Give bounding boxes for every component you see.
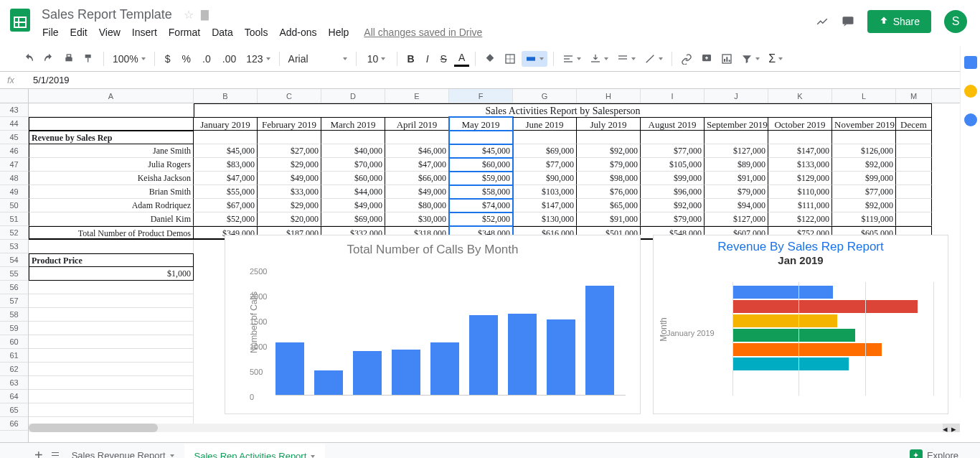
cell[interactable] xyxy=(896,212,932,226)
cell[interactable] xyxy=(896,131,932,144)
cell[interactable]: Jane Smith xyxy=(29,144,194,158)
cell[interactable]: $105,000 xyxy=(641,158,705,172)
cell[interactable]: $45,000 xyxy=(449,144,513,158)
cell[interactable]: February 2019 xyxy=(258,117,321,131)
row-header[interactable]: 48 xyxy=(0,172,28,185)
cell[interactable]: Decem xyxy=(896,117,932,131)
v-align-dropdown[interactable] xyxy=(587,52,611,66)
number-format-dropdown[interactable]: 123 xyxy=(243,52,273,66)
cell[interactable]: $96,000 xyxy=(641,185,705,199)
cell[interactable]: $94,000 xyxy=(705,199,768,212)
cell[interactable]: $79,000 xyxy=(641,212,705,226)
cell[interactable] xyxy=(896,158,932,172)
cell[interactable]: $52,000 xyxy=(449,212,513,226)
row-header[interactable]: 46 xyxy=(0,144,28,158)
col-header[interactable]: D xyxy=(321,89,385,103)
cell[interactable]: Sales Activities Report by Salesperson xyxy=(194,103,932,117)
borders-icon[interactable] xyxy=(501,50,519,67)
menu-data[interactable]: Data xyxy=(207,24,238,41)
row-header[interactable]: 65 xyxy=(0,403,28,417)
cell[interactable] xyxy=(577,131,641,144)
cell[interactable]: $29,000 xyxy=(258,158,321,172)
row-header[interactable]: 53 xyxy=(0,240,28,253)
filter-dropdown[interactable] xyxy=(738,52,763,66)
merge-cells-dropdown[interactable] xyxy=(522,51,547,67)
cell[interactable] xyxy=(29,363,194,376)
paint-format-icon[interactable] xyxy=(80,50,98,67)
cell[interactable]: $129,000 xyxy=(768,172,832,185)
cell[interactable]: $130,000 xyxy=(513,212,577,226)
cell[interactable]: $58,000 xyxy=(449,185,513,199)
cell[interactable] xyxy=(29,403,194,417)
row-header[interactable]: 54 xyxy=(0,253,28,267)
row-header[interactable]: 43 xyxy=(0,103,28,117)
cell[interactable] xyxy=(896,172,932,185)
menu-tools[interactable]: Tools xyxy=(240,24,273,41)
cell[interactable]: $33,000 xyxy=(258,185,321,199)
cell[interactable]: $79,000 xyxy=(705,185,768,199)
undo-icon[interactable] xyxy=(20,50,37,67)
cell[interactable] xyxy=(705,131,768,144)
col-header[interactable]: A xyxy=(29,89,194,103)
cell[interactable] xyxy=(513,131,577,144)
cell[interactable] xyxy=(29,294,194,308)
currency-icon[interactable]: $ xyxy=(161,52,175,66)
cell[interactable] xyxy=(29,308,194,322)
cell[interactable]: $47,000 xyxy=(385,158,449,172)
cell[interactable]: $92,000 xyxy=(577,144,641,158)
cell[interactable]: $99,000 xyxy=(641,172,705,185)
cell[interactable]: $49,000 xyxy=(321,199,385,212)
print-icon[interactable] xyxy=(60,50,77,67)
cell[interactable]: $77,000 xyxy=(513,158,577,172)
font-dropdown[interactable]: Arial xyxy=(286,52,350,66)
row-header[interactable]: 66 xyxy=(0,417,28,431)
redo-icon[interactable] xyxy=(40,50,57,67)
bold-icon[interactable]: B xyxy=(403,52,419,66)
cell[interactable] xyxy=(29,281,194,294)
cell[interactable]: Julia Rogers xyxy=(29,158,194,172)
cell[interactable] xyxy=(29,390,194,403)
row-header[interactable]: 47 xyxy=(0,158,28,172)
text-color-icon[interactable]: A xyxy=(454,50,469,67)
cell[interactable]: $49,000 xyxy=(385,185,449,199)
cell[interactable]: $147,000 xyxy=(513,199,577,212)
h-align-dropdown[interactable] xyxy=(560,52,584,66)
formula-bar[interactable]: fx 5/1/2019 xyxy=(0,72,980,89)
cell[interactable]: $55,000 xyxy=(194,185,258,199)
cell[interactable] xyxy=(29,322,194,335)
row-header[interactable]: 45 xyxy=(0,131,28,144)
increase-decimal-icon[interactable]: .00 xyxy=(218,52,240,66)
add-sheet-button[interactable]: + xyxy=(29,444,49,458)
cell[interactable]: $40,000 xyxy=(321,144,385,158)
cell[interactable]: $92,000 xyxy=(832,158,896,172)
cell[interactable]: May 2019 xyxy=(449,117,513,131)
user-avatar[interactable]: S xyxy=(944,10,967,33)
cell[interactable]: $89,000 xyxy=(705,158,768,172)
formula-value[interactable]: 5/1/2019 xyxy=(33,75,70,85)
cell[interactable] xyxy=(194,131,258,144)
cell[interactable]: $74,000 xyxy=(449,199,513,212)
cell[interactable] xyxy=(29,335,194,349)
cell[interactable]: June 2019 xyxy=(513,117,577,131)
cell[interactable]: $90,000 xyxy=(513,172,577,185)
decrease-decimal-icon[interactable]: .0 xyxy=(198,52,215,66)
cell[interactable]: $49,000 xyxy=(258,172,321,185)
cell[interactable] xyxy=(896,199,932,212)
cell[interactable] xyxy=(896,185,932,199)
row-header[interactable]: 55 xyxy=(0,267,28,281)
row-header[interactable]: 62 xyxy=(0,363,28,376)
cell[interactable]: March 2019 xyxy=(321,117,385,131)
insert-chart-icon[interactable] xyxy=(718,50,735,67)
cell[interactable]: $67,000 xyxy=(194,199,258,212)
cell[interactable] xyxy=(29,117,194,131)
cell[interactable]: $60,000 xyxy=(321,172,385,185)
keep-icon[interactable] xyxy=(964,85,977,98)
cell[interactable]: Adam Rodriquez xyxy=(29,199,194,212)
cell[interactable]: November 2019 xyxy=(832,117,896,131)
tasks-icon[interactable] xyxy=(964,113,977,126)
row-header[interactable]: 58 xyxy=(0,308,28,322)
cell[interactable]: $44,000 xyxy=(321,185,385,199)
strikethrough-icon[interactable]: S xyxy=(436,52,451,66)
cell[interactable] xyxy=(258,131,321,144)
cell[interactable]: $147,000 xyxy=(768,144,832,158)
